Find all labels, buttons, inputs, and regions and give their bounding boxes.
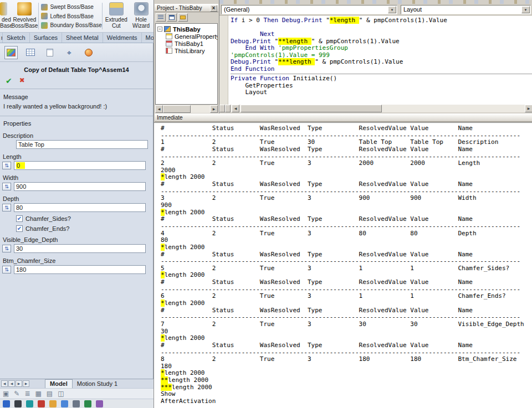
taskbar-icon[interactable] — [38, 400, 45, 407]
project-horizontal-scrollbar[interactable]: ◀ ▶ — [155, 105, 218, 113]
immediate-line: AfterActivation — [161, 398, 532, 405]
tab-configuration-manager[interactable] — [43, 46, 57, 59]
scrollbar-thumb[interactable] — [163, 105, 191, 113]
immediate-line: 5 2 True 3 1 1 Chamfer_Sides? — [161, 265, 532, 272]
tab-model[interactable]: Model — [45, 379, 73, 388]
property-manager: ⌖ Copy of Default Table Top^Assem14 ✔ ✖ … — [0, 43, 154, 379]
next-tab-icon[interactable]: ▶ — [16, 380, 22, 387]
chevron-down-icon[interactable]: ▼ — [521, 6, 530, 13]
tree-item-thisbaby1[interactable]: ThisBaby1 — [156, 40, 217, 47]
code-editor[interactable]: If i > 0 Then Debug.Print "*length " & p… — [219, 16, 532, 105]
taskbar-strip — [0, 399, 154, 408]
split-handle[interactable] — [219, 105, 225, 112]
tab-feature-manager[interactable] — [24, 46, 37, 59]
immediate-line: ***length 2000 — [161, 384, 532, 391]
revolved-boss-base-button[interactable]: Revolved Boss/Base — [12, 0, 37, 32]
immediate-line: 30 — [161, 328, 532, 335]
swept-boss-base-button[interactable]: Swept Boss/Base — [41, 3, 100, 11]
scroll-left-icon[interactable]: ◀ — [232, 105, 239, 112]
pencil-tool-icon[interactable]: ✎ — [14, 390, 19, 397]
sphere-icon — [85, 49, 93, 56]
collapse-icon[interactable]: − — [157, 27, 162, 32]
taskbar-icon[interactable] — [26, 400, 33, 407]
select-tool-icon[interactable]: ▣ — [3, 390, 9, 397]
extruded-boss-base-button[interactable]: ded Base — [0, 0, 12, 32]
prev-tab-icon[interactable]: ◀ — [8, 380, 15, 387]
lofted-boss-base-icon — [41, 13, 48, 19]
lines-tool-icon[interactable]: ≣ — [24, 390, 30, 397]
window-title: Project - ThisBaby — [157, 5, 202, 11]
immediate-line: 180 — [161, 363, 532, 370]
procedure-combobox[interactable]: Layout ▼ — [401, 5, 531, 14]
btm-chamfer-size-label: Btm_Chamfer_Size — [0, 253, 153, 265]
scroll-left-icon[interactable]: ◀ — [155, 105, 163, 113]
extruded-cut-icon — [109, 2, 124, 16]
view-code-button[interactable] — [156, 13, 166, 22]
btm-chamfer-size-input[interactable]: 180 — [14, 265, 146, 274]
code-horizontal-scrollbar[interactable]: ◀ ▶ — [219, 105, 532, 112]
extruded-cut-button[interactable]: Extruded Cut — [104, 0, 129, 32]
scroll-right-icon[interactable]: ▶ — [210, 105, 218, 113]
grid-tool-icon[interactable]: ▦ — [35, 390, 41, 397]
tab-surfaces[interactable]: Surfaces — [30, 33, 62, 43]
boundary-boss-base-button[interactable]: Boundary Boss/Base — [41, 22, 100, 29]
tab-display-manager[interactable] — [82, 46, 95, 59]
taskbar-icon[interactable] — [61, 400, 68, 407]
first-tab-icon[interactable]: ◀ — [1, 380, 8, 387]
tree-item-generalproperty[interactable]: GeneralProperty — [156, 33, 217, 40]
taskbar-icon[interactable] — [3, 400, 10, 407]
lofted-boss-base-button[interactable]: Lofted Boss/Base — [41, 13, 100, 20]
immediate-titlebar[interactable]: Immediate — [155, 113, 532, 122]
cancel-button[interactable]: ✖ — [19, 76, 25, 85]
immediate-window: Immediate # Status WasResolved Type Reso… — [154, 113, 532, 408]
visible-edge-depth-input[interactable]: 30 — [14, 244, 146, 253]
tree-label: GeneralProperty — [175, 33, 218, 40]
scroll-right-icon[interactable]: ▶ — [525, 105, 532, 112]
margin-indicator-bar — [219, 16, 228, 105]
tab-sheet-metal[interactable]: Sheet Metal — [62, 33, 103, 43]
tab-motion-study[interactable]: Motion Study 1 — [73, 380, 122, 388]
close-icon[interactable]: × — [210, 5, 217, 12]
toggle-folders-button[interactable] — [178, 13, 188, 22]
taskbar-icon[interactable] — [96, 400, 103, 407]
project-explorer-titlebar[interactable]: Project - ThisBaby × — [155, 4, 218, 12]
length-input[interactable]: 0 — [14, 161, 146, 170]
immediate-pane[interactable]: # Status WasResolved Type ResolvedValue … — [154, 122, 532, 408]
scrollbar-thumb[interactable] — [241, 105, 382, 112]
button-label: Lofted Boss/Base — [50, 13, 93, 19]
chamfer-sides-checkbox[interactable]: ✔ Chamfer_Sides? — [16, 215, 153, 222]
taskbar-icon[interactable] — [14, 400, 22, 407]
tab-property-manager[interactable] — [4, 46, 18, 59]
taskbar-icon[interactable] — [49, 400, 57, 407]
taskbar-icon[interactable] — [73, 400, 80, 407]
width-input[interactable]: 900 — [14, 182, 146, 191]
property-manager-actions: ✔ ✖ — [0, 75, 153, 89]
button-label: Extruded Cut — [105, 17, 127, 29]
immediate-line: 8 2 True 3 180 180 Btm_Chamfer_Size — [161, 356, 532, 363]
chamfer-ends-checkbox[interactable]: ✔ Chamfer_Ends? — [16, 225, 153, 232]
tree-item-thislibrary[interactable]: ThisLibrary — [156, 47, 217, 54]
tab-weldments[interactable]: Weldments — [103, 33, 142, 43]
chevron-down-icon[interactable]: ▼ — [388, 6, 396, 13]
taskbar-icon[interactable] — [84, 400, 91, 407]
split-handle[interactable] — [225, 105, 231, 112]
tree-item-project[interactable]: − ThisBaby — [156, 25, 217, 33]
tab-nav-buttons: ◀ ◀ ▶ ▶ — [0, 380, 30, 387]
depth-input[interactable]: 80 — [14, 203, 146, 212]
ribbon-separator — [38, 3, 39, 29]
view-object-button[interactable] — [167, 13, 177, 22]
confirm-button[interactable]: ✔ — [6, 76, 12, 85]
tree-label: ThisLibrary — [175, 48, 204, 54]
extruded-boss-base-icon — [0, 2, 7, 16]
description-input[interactable]: Table Top — [16, 140, 148, 149]
panel-tool-icon[interactable]: ◫ — [58, 390, 64, 397]
object-combobox[interactable]: (General) ▼ — [221, 5, 397, 14]
boundary-boss-base-icon — [41, 22, 48, 29]
immediate-line: 6 2 True 3 1 1 Chamfer_Ends? — [161, 293, 532, 300]
checkbox-check-icon: ✔ — [16, 225, 23, 232]
tab-sketch[interactable]: Sketch — [3, 33, 30, 43]
last-tab-icon[interactable]: ▶ — [23, 380, 29, 387]
table-tool-icon[interactable]: ▤ — [47, 390, 53, 397]
hole-wizard-button[interactable]: Hole Wizard — [129, 0, 154, 32]
tab-dim-xpert[interactable]: ⌖ — [63, 46, 76, 59]
